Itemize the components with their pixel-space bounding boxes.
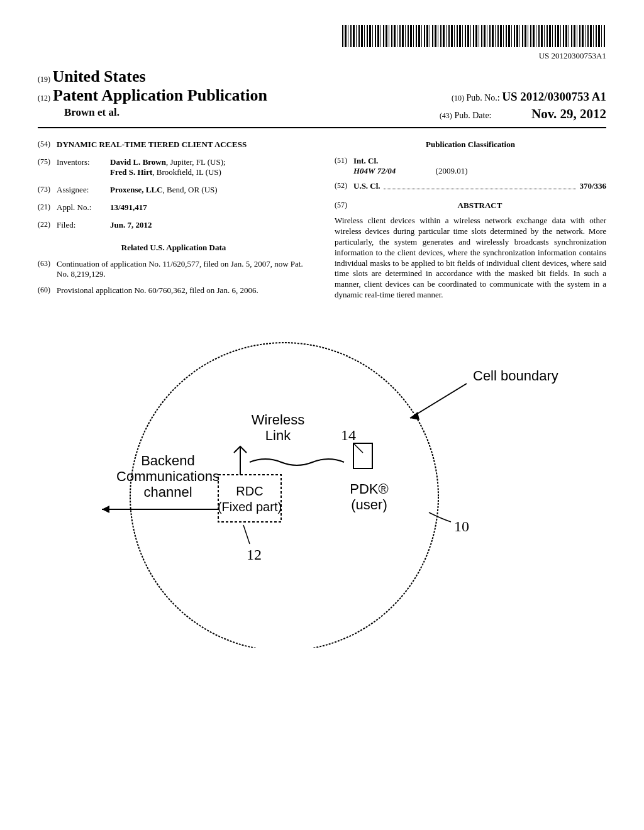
- pdk-device: [353, 443, 372, 468]
- int-cl-content: Int. Cl. H04W 72/04 (2009.01): [353, 156, 467, 176]
- title-row: (54) DYNAMIC REAL-TIME TIERED CLIENT ACC…: [38, 140, 309, 150]
- int-cl-label: Int. Cl.: [353, 156, 467, 166]
- assignee-row: (73) Assignee: Proxense, LLC, Bend, OR (…: [38, 185, 309, 195]
- int-cl-num: (51): [335, 156, 353, 176]
- right-column: Publication Classification (51) Int. Cl.…: [335, 140, 606, 302]
- figure-diagram: Cell boundary Wireless Link 14 RDC (Fixe…: [70, 321, 574, 648]
- assignee-num: (73): [38, 185, 57, 195]
- filed-date: Jun. 7, 2012: [110, 220, 152, 230]
- filed-value: Jun. 7, 2012: [110, 220, 309, 230]
- cell-boundary-arrow: [410, 384, 467, 418]
- continuation-text: Continuation of application No. 11/620,5…: [57, 259, 309, 279]
- pub-no-num: (10): [452, 94, 464, 102]
- ref-14-line: [353, 443, 363, 453]
- rdc-label: RDC: [236, 484, 263, 498]
- appl-label: Appl. No.:: [57, 202, 110, 213]
- pub-type-text: Patent Application Publication: [53, 86, 267, 104]
- link-label: Link: [265, 428, 291, 443]
- ref-12-line: [243, 525, 250, 544]
- assignee-name: Proxense, LLC: [110, 185, 163, 194]
- country-num: (19): [38, 75, 50, 84]
- country-name: United States: [53, 67, 146, 86]
- figure-section: Cell boundary Wireless Link 14 RDC (Fixe…: [38, 321, 606, 650]
- provisional-text: Provisional application No. 60/760,362, …: [57, 285, 309, 296]
- filed-num: (22): [38, 220, 57, 230]
- inventor2-name: Fred S. Hirt: [110, 167, 152, 177]
- divider: [38, 127, 606, 128]
- us-cl-num: (52): [335, 181, 353, 191]
- author-name: Brown et al.: [64, 106, 119, 118]
- appl-num: (21): [38, 202, 57, 213]
- pub-no-label: Pub. No.:: [466, 93, 499, 102]
- appl-no: 13/491,417: [110, 202, 147, 212]
- left-column: (54) DYNAMIC REAL-TIME TIERED CLIENT ACC…: [38, 140, 309, 302]
- inventor1-name: David L. Brown: [110, 157, 166, 167]
- pub-date-label: Pub. Date:: [454, 111, 491, 120]
- channel-label: channel: [143, 484, 192, 500]
- appl-value: 13/491,417: [110, 202, 309, 213]
- ref-12: 12: [247, 546, 262, 563]
- us-cl-row: (52) U.S. Cl. 370/336: [335, 181, 606, 191]
- ref-10: 10: [454, 518, 469, 534]
- barcode-image: [342, 25, 606, 47]
- pub-date-num: (43): [440, 111, 452, 120]
- rdc-box: [218, 475, 281, 522]
- inventor2-loc: , Brookfield, IL (US): [152, 167, 221, 177]
- communications-label: Communications: [116, 468, 219, 484]
- abstract-num: (57): [335, 201, 353, 211]
- related-header: Related U.S. Application Data: [38, 243, 309, 253]
- assignee-value: Proxense, LLC, Bend, OR (US): [110, 185, 309, 195]
- abstract-label: ABSTRACT: [353, 201, 606, 211]
- int-cl-year: (2009.01): [436, 166, 468, 175]
- filed-row: (22) Filed: Jun. 7, 2012: [38, 220, 309, 230]
- abstract-row: (57) ABSTRACT: [335, 201, 606, 211]
- int-cl-code: H04W 72/04: [353, 166, 396, 175]
- appl-row: (21) Appl. No.: 13/491,417: [38, 202, 309, 213]
- assignee-loc: , Bend, OR (US): [163, 185, 218, 194]
- us-cl-label: U.S. Cl.: [353, 181, 380, 191]
- country-line: (19) United States: [38, 67, 606, 86]
- header-section: (19) United States (12) Patent Applicati…: [38, 67, 606, 122]
- provisional-num: (60): [38, 285, 57, 296]
- ref-14: 14: [341, 427, 356, 443]
- pub-date-value: Nov. 29, 2012: [531, 106, 606, 121]
- title-num: (54): [38, 140, 57, 150]
- ref-10-line: [429, 512, 451, 522]
- backend-arrowhead: [102, 506, 109, 513]
- publication-line: (12) Patent Application Publication (10)…: [38, 86, 606, 105]
- pub-type-section: (12) Patent Application Publication: [38, 86, 267, 105]
- abstract-text: Wireless client devices within a wireles…: [335, 216, 606, 301]
- user-label: (user): [351, 497, 387, 512]
- us-cl-dots: [384, 181, 577, 189]
- barcode-section: US 20120300753A1: [38, 25, 606, 61]
- inventor1-loc: , Jupiter, FL (US);: [166, 157, 226, 167]
- classification-header: Publication Classification: [335, 140, 606, 150]
- cell-boundary-label: Cell boundary: [473, 368, 558, 384]
- backend-label: Backend: [141, 453, 195, 468]
- assignee-label: Assignee:: [57, 185, 110, 195]
- author-line: Brown et al. (43) Pub. Date: Nov. 29, 20…: [38, 106, 606, 122]
- us-cl-value: 370/336: [579, 181, 606, 191]
- filed-label: Filed:: [57, 220, 110, 230]
- fixed-part-label: (Fixed part): [218, 500, 282, 514]
- wireless-wave: [250, 459, 344, 465]
- pub-no-value: US 2012/0300753 A1: [502, 90, 606, 103]
- pdk-label: PDK®: [350, 481, 388, 497]
- pub-no-section: (10) Pub. No.: US 2012/0300753 A1: [452, 90, 606, 104]
- pub-date-section: (43) Pub. Date: Nov. 29, 2012: [440, 106, 606, 122]
- pub-type-num: (12): [38, 94, 50, 102]
- provisional-row: (60) Provisional application No. 60/760,…: [38, 285, 309, 296]
- inventors-value: David L. Brown, Jupiter, FL (US); Fred S…: [110, 157, 309, 177]
- inventors-label: Inventors:: [57, 157, 110, 177]
- barcode-number: US 20120300753A1: [38, 51, 606, 61]
- continuation-num: (63): [38, 259, 57, 279]
- continuation-row: (63) Continuation of application No. 11/…: [38, 259, 309, 279]
- inventors-num: (75): [38, 157, 57, 177]
- inventors-row: (75) Inventors: David L. Brown, Jupiter,…: [38, 157, 309, 177]
- columns: (54) DYNAMIC REAL-TIME TIERED CLIENT ACC…: [38, 140, 606, 302]
- wireless-label: Wireless: [252, 412, 304, 428]
- title-value: DYNAMIC REAL-TIME TIERED CLIENT ACCESS: [57, 140, 309, 150]
- int-cl-row: (51) Int. Cl. H04W 72/04 (2009.01): [335, 156, 606, 176]
